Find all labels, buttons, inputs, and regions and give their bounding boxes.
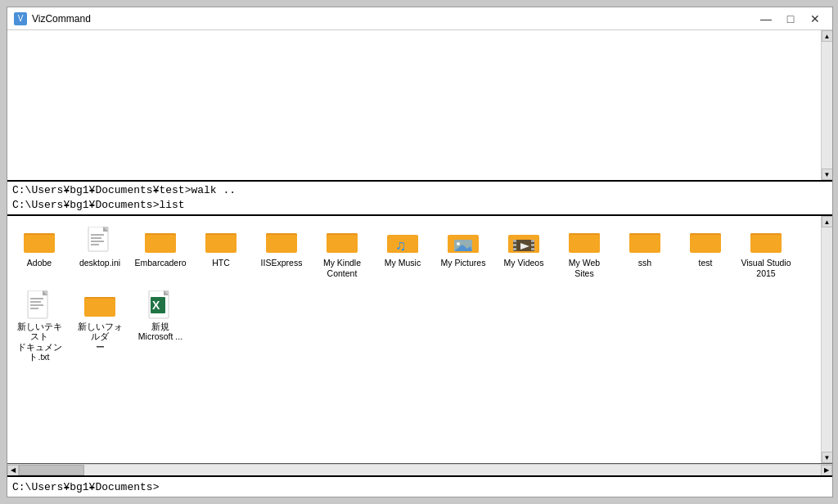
maximize-button[interactable]: □	[780, 11, 801, 27]
file-label: My Pictures	[441, 258, 486, 268]
svg-rect-51	[531, 248, 534, 250]
file-icon-folder	[144, 227, 177, 256]
input-prompt: C:\Users¥bg1¥Documents>	[12, 481, 159, 493]
file-icon-folder-videos	[507, 227, 540, 256]
svg-rect-84	[84, 300, 115, 315]
file-item[interactable]: ssh	[616, 223, 674, 282]
file-item[interactable]: My Kindle Content	[313, 223, 371, 282]
file-icon-ini	[83, 227, 116, 256]
file-item[interactable]: ♫ My Music	[374, 223, 431, 282]
window-content: ▲ ▼ C:\Users¥bg1¥Documents¥test>walk .. …	[7, 30, 832, 497]
file-label: ssh	[638, 258, 651, 268]
svg-rect-31	[327, 236, 358, 251]
file-icon-folder	[326, 227, 358, 256]
file-label: test	[699, 258, 713, 268]
file-item[interactable]: X 新規 Microsoft ...	[132, 286, 189, 367]
file-grid: Adobe desktop.ini Embarcadero HTC	[11, 223, 818, 367]
svg-rect-62	[629, 236, 660, 251]
file-label: My Web Sites	[558, 258, 610, 278]
scroll-h-track	[19, 465, 821, 475]
file-label: My Kindle Content	[323, 258, 361, 278]
command-line-1: C:\Users¥bg1¥Documents¥test>walk ..	[12, 183, 827, 198]
scroll-track	[822, 42, 832, 169]
file-icon-folder	[23, 227, 56, 256]
file-icon-folder-music: ♫	[386, 227, 419, 256]
top-pane-scrollbar[interactable]: ▲ ▼	[821, 30, 832, 180]
minimize-button[interactable]: —	[755, 11, 777, 27]
title-bar-left: V VizCommand	[14, 12, 91, 25]
file-item[interactable]: HTC	[192, 223, 250, 282]
command-input[interactable]	[159, 481, 827, 493]
command-bar: C:\Users¥bg1¥Documents¥test>walk .. C:\U…	[7, 182, 832, 216]
file-label: Visual Studio 2015	[740, 258, 792, 278]
svg-rect-4	[24, 236, 55, 251]
file-scroll-up[interactable]: ▲	[822, 216, 833, 227]
svg-rect-57	[569, 236, 600, 251]
svg-rect-16	[145, 236, 176, 251]
file-label: desktop.ini	[79, 258, 120, 268]
svg-text:X: X	[152, 299, 160, 312]
svg-text:♫: ♫	[395, 237, 407, 254]
file-icon-xlsx: X	[144, 290, 177, 320]
scroll-right-arrow[interactable]: ▶	[821, 465, 832, 476]
file-item[interactable]: 新しいフォルダ ー	[71, 286, 128, 367]
file-label: 新しいフォルダ ー	[74, 322, 126, 353]
file-pane-scrollbar[interactable]: ▲ ▼	[821, 216, 832, 463]
file-icon-txt	[23, 290, 56, 320]
svg-rect-47	[513, 244, 516, 246]
svg-rect-49	[531, 240, 534, 242]
file-label: My Music	[385, 258, 421, 268]
file-label: 新しいテキスト ドキュメント.txt	[13, 322, 65, 362]
file-item[interactable]: IISExpress	[253, 223, 310, 282]
file-icon-folder	[83, 290, 116, 320]
file-icon-folder	[628, 227, 661, 256]
file-item[interactable]: My Pictures	[435, 223, 492, 282]
output-pane: ▲ ▼	[7, 30, 832, 182]
file-icon-folder	[265, 227, 298, 256]
file-scroll-down[interactable]: ▼	[822, 452, 833, 463]
file-pane-inner: Adobe desktop.ini Embarcadero HTC	[7, 216, 821, 463]
file-icon-folder	[568, 227, 601, 256]
window-title: VizCommand	[32, 13, 91, 25]
file-label: HTC	[212, 258, 230, 268]
file-label: Adobe	[27, 258, 52, 268]
file-icon-folder	[205, 227, 237, 256]
command-line-2: C:\Users¥bg1¥Documents>list	[12, 198, 827, 213]
file-scroll-track	[822, 227, 832, 452]
file-item[interactable]: My Web Sites	[556, 223, 613, 282]
file-item[interactable]: Visual Studio 2015	[737, 223, 795, 282]
file-icon-folder-pictures	[447, 227, 480, 256]
scroll-down-arrow[interactable]: ▼	[822, 169, 833, 180]
file-label: My Videos	[504, 258, 544, 268]
svg-rect-21	[205, 236, 237, 251]
file-label: IISExpress	[261, 258, 303, 268]
main-window: V VizCommand — □ ✕ ▲ ▼ C:\Users¥bg1¥Docu…	[7, 7, 833, 497]
file-item[interactable]: test	[677, 223, 734, 282]
title-bar-controls: — □ ✕	[755, 11, 826, 27]
app-icon: V	[14, 12, 27, 25]
file-item[interactable]: Adobe	[11, 223, 68, 282]
horizontal-scrollbar[interactable]: ◀ ▶	[7, 464, 832, 475]
svg-rect-26	[266, 236, 297, 251]
scroll-up-arrow[interactable]: ▲	[822, 30, 833, 42]
title-bar: V VizCommand — □ ✕	[7, 7, 832, 30]
file-icon-folder	[750, 227, 782, 256]
file-item[interactable]: desktop.ini	[71, 223, 128, 282]
svg-rect-48	[513, 248, 516, 250]
file-icon-folder	[689, 227, 722, 256]
svg-rect-67	[690, 236, 721, 251]
file-item[interactable]: Embarcadero	[132, 223, 189, 282]
svg-rect-46	[513, 240, 516, 242]
scroll-h-thumb	[19, 465, 84, 475]
svg-rect-72	[750, 236, 782, 251]
svg-rect-50	[531, 244, 534, 246]
input-bar: C:\Users¥bg1¥Documents>	[7, 475, 832, 497]
file-item[interactable]: 新しいテキスト ドキュメント.txt	[11, 286, 68, 367]
svg-point-40	[457, 242, 460, 245]
scroll-left-arrow[interactable]: ◀	[7, 465, 19, 476]
file-pane: Adobe desktop.ini Embarcadero HTC	[7, 216, 832, 464]
file-label: Embarcadero	[134, 258, 186, 268]
file-item[interactable]: My Videos	[495, 223, 552, 282]
file-label: 新規 Microsoft ...	[138, 322, 182, 342]
close-button[interactable]: ✕	[804, 11, 826, 27]
